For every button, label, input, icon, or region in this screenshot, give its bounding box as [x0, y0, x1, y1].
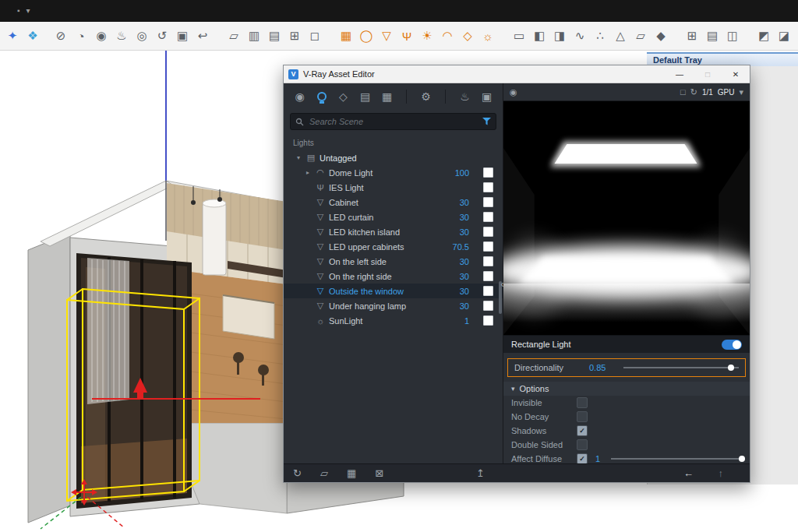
light-row-sunlight[interactable]: ☼SunLight1 — [284, 313, 503, 328]
render-teapot-icon[interactable]: ♨ — [112, 26, 131, 45]
light-row-on-the-left-side[interactable]: ▽On the left side30 — [284, 254, 503, 269]
light-row-under-hanging-lamp[interactable]: ▽Under hanging lamp30 — [284, 298, 503, 313]
pack-project-icon[interactable]: ↥ — [476, 468, 485, 478]
nav-settings-icon[interactable]: ⚙ — [416, 87, 436, 106]
app-menu-icon[interactable]: ▪ — [17, 7, 20, 15]
light-row-cabinet[interactable]: ▽Cabinet30 — [284, 195, 503, 210]
light-gen-icon[interactable]: ⊞ — [683, 26, 701, 45]
denoiser-icon[interactable]: ◩ — [754, 26, 773, 45]
decal-icon[interactable]: ▱ — [631, 26, 650, 45]
up-arrow-icon[interactable]: ↑ — [719, 468, 724, 478]
vray-asset-editor-small-icon[interactable]: ✦ — [3, 26, 22, 45]
vray-frame-buffer-small-icon[interactable]: ❖ — [23, 26, 42, 45]
render-history-icon[interactable]: ↺ — [153, 26, 171, 45]
ies-light-icon[interactable]: Ψ — [397, 26, 416, 45]
maximize-button[interactable]: □ — [694, 65, 722, 83]
nav-textures-icon[interactable]: ▦ — [377, 87, 397, 106]
save-icon[interactable]: ▦ — [347, 468, 356, 478]
filter-icon[interactable] — [482, 118, 491, 125]
light-enabled-checkbox[interactable] — [483, 271, 493, 281]
rectangle-light-icon[interactable]: ▦ — [337, 26, 355, 45]
display-section-cuts-icon[interactable]: ▤ — [265, 26, 284, 45]
display-section-planes-icon[interactable]: ▥ — [245, 26, 263, 45]
dome-light-icon[interactable]: ◠ — [438, 26, 457, 45]
proxy-export-icon[interactable]: ◨ — [550, 26, 569, 45]
light-row-led-curtain[interactable]: ▽LED curtain30 — [284, 210, 503, 224]
nav-materials-icon[interactable]: ◉ — [290, 87, 309, 106]
light-enabled-checkbox[interactable] — [483, 286, 493, 296]
lightmix-icon[interactable]: ◪ — [775, 26, 793, 45]
light-row-led-upper-cabinets[interactable]: ▽LED upper cabinets70.5 — [284, 239, 503, 254]
mesh-light-icon[interactable]: ◇ — [458, 26, 477, 45]
region-icon[interactable]: □ — [680, 87, 686, 97]
expander-open-icon[interactable]: ▾ — [295, 154, 302, 161]
app-arrow-icon[interactable]: ▾ — [26, 7, 30, 15]
sphere-light-icon[interactable]: ◯ — [357, 26, 376, 45]
directionality-slider[interactable] — [623, 363, 739, 372]
fur-icon[interactable]: ∿ — [570, 26, 589, 45]
section-fill-icon[interactable]: ⊞ — [285, 26, 304, 45]
option-checkbox-no-decay[interactable] — [577, 411, 588, 422]
option-checkbox-shadows[interactable]: ✓ — [577, 425, 588, 436]
light-row-ies-light[interactable]: ΨIES Light — [284, 180, 503, 195]
light-row-led-kitchen-island[interactable]: ▽LED kitchen island30 — [284, 224, 503, 239]
nav-frame-buffer-icon[interactable]: ▣ — [477, 87, 496, 106]
infinite-plane-icon[interactable]: ▭ — [510, 26, 528, 45]
light-row-on-the-right-side[interactable]: ▽On the right side30 — [284, 269, 503, 284]
light-enabled-checkbox[interactable] — [483, 212, 493, 222]
cryptomatte-icon[interactable]: ▨ — [795, 26, 798, 45]
omni-light-icon[interactable]: ☀ — [418, 26, 436, 45]
light-enabled-checkbox[interactable] — [483, 227, 493, 237]
file-path-editor-icon[interactable]: ▤ — [703, 26, 722, 45]
light-enabled-checkbox[interactable] — [483, 241, 493, 252]
light-enabled-checkbox[interactable] — [483, 182, 493, 192]
scatter-icon[interactable]: ∴ — [591, 26, 609, 45]
light-enabled-checkbox[interactable] — [483, 301, 493, 311]
proxy-import-icon[interactable]: ◧ — [530, 26, 549, 45]
render-icon[interactable]: ◉ — [92, 26, 111, 45]
light-enabled-checkbox[interactable] — [483, 315, 493, 326]
option-value[interactable]: 1 — [595, 454, 600, 463]
slider-handle[interactable] — [739, 456, 745, 462]
light-enabled-checkbox[interactable] — [483, 167, 493, 178]
spot-light-icon[interactable]: ▽ — [377, 26, 396, 45]
option-checkbox-invisible[interactable] — [577, 397, 588, 408]
expander-closed-icon[interactable]: ▸ — [304, 169, 312, 176]
collapse-panel-arrow[interactable]: ‹ — [497, 273, 507, 294]
options-section-header[interactable]: ▾ Options — [503, 382, 750, 396]
option-slider-affect-diffuse[interactable] — [611, 454, 742, 463]
light-enabled-checkbox[interactable] — [483, 197, 493, 207]
back-arrow-icon[interactable]: ← — [683, 468, 694, 478]
frame-buffer-icon[interactable]: ▣ — [173, 26, 192, 45]
engine-dropdown-icon[interactable]: ▾ — [739, 87, 743, 97]
aperture-icon[interactable]: ◉ — [510, 87, 517, 97]
section-lock-icon[interactable]: ◻ — [305, 26, 324, 45]
light-group-untagged[interactable]: ▾▤Untagged — [284, 150, 503, 165]
nav-layers-icon[interactable]: ▤ — [355, 87, 375, 106]
light-row-dome-light[interactable]: ▸◠Dome Light100 — [284, 165, 503, 180]
minimize-button[interactable]: — — [666, 65, 694, 83]
nav-geometry-icon[interactable]: ◇ — [334, 87, 353, 106]
section-plane-icon[interactable]: ▱ — [224, 26, 243, 45]
update-assets-icon[interactable]: ↻ — [293, 468, 302, 478]
light-enable-toggle[interactable] — [722, 340, 742, 350]
nav-lights-icon[interactable] — [312, 87, 331, 106]
close-button[interactable]: ✕ — [722, 65, 750, 83]
render-last-icon[interactable]: ↩ — [193, 26, 212, 45]
mesh-light-convert-icon[interactable]: ◆ — [651, 26, 670, 45]
render-region-icon[interactable]: ◎ — [132, 26, 151, 45]
refresh-icon[interactable]: ↻ — [690, 87, 697, 97]
cosmos-browser-icon[interactable]: ◫ — [723, 26, 742, 45]
light-enabled-checkbox[interactable] — [483, 256, 493, 266]
option-checkbox-affect-diffuse[interactable]: ✓ — [577, 453, 588, 464]
option-checkbox-double-sided[interactable] — [577, 439, 588, 450]
clipper-icon[interactable]: △ — [611, 26, 630, 45]
vray-window-titlebar[interactable]: V V-Ray Asset Editor — □ ✕ — [284, 65, 750, 83]
sun-light-icon[interactable]: ☼ — [478, 26, 497, 45]
search-input[interactable] — [308, 116, 478, 127]
render-interactive-icon[interactable]: ◔ — [72, 26, 90, 45]
nav-render-teapot-icon[interactable]: ♨ — [455, 87, 475, 106]
slider-handle[interactable] — [728, 365, 734, 371]
delete-icon[interactable]: ⊠ — [375, 468, 383, 478]
light-row-outside-the-window[interactable]: ▽Outside the window30 — [284, 284, 503, 298]
